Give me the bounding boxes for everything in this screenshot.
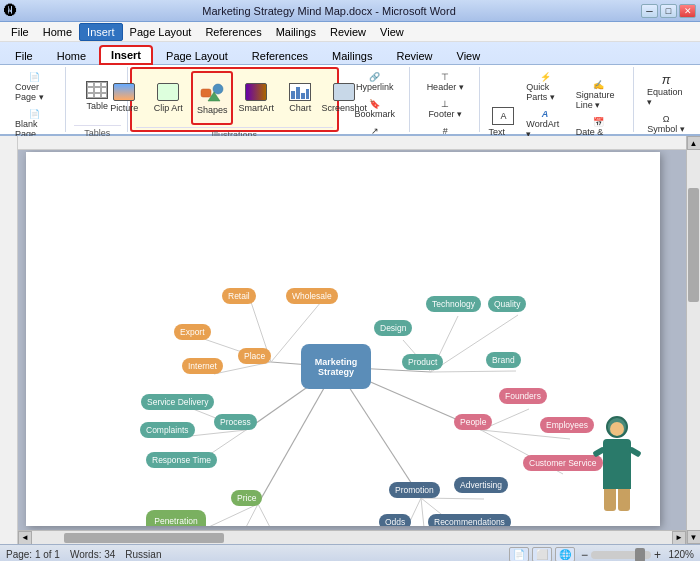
status-bar: Page: 1 of 1 Words: 34 Russian 📄 ⬜ 🌐 − +… [0, 544, 700, 561]
tab-view[interactable]: View [446, 47, 492, 64]
node-quality[interactable]: Quality [488, 296, 526, 312]
tab-review[interactable]: Review [385, 47, 443, 64]
node-promotion[interactable]: Promotion [389, 482, 440, 498]
hyperlink-icon: 🔗 [369, 72, 380, 82]
node-response-time[interactable]: Response Time [146, 452, 217, 468]
shapes-icon [200, 81, 224, 103]
ribbon-group-text: A Text Box ⚡ Quick Parts ▾ A WordArt ▾ A… [482, 67, 634, 132]
cover-page-icon: 📄 [29, 72, 40, 82]
smartart-button[interactable]: SmartArt [235, 71, 277, 125]
cover-page-button[interactable]: 📄 Cover Page ▾ [10, 69, 59, 105]
shapes-button[interactable]: Shapes [191, 71, 233, 125]
sig-button[interactable]: ✍ Signature Line ▾ [571, 77, 627, 113]
node-technology[interactable]: Technology [426, 296, 481, 312]
scroll-thumb[interactable] [688, 188, 699, 302]
zoom-out-button[interactable]: − [581, 548, 588, 562]
node-place[interactable]: Place [238, 348, 271, 364]
window-controls: ─ □ ✕ [641, 4, 696, 18]
print-view-button[interactable]: 📄 [509, 547, 529, 561]
menu-insert[interactable]: Insert [79, 23, 123, 41]
close-button[interactable]: ✕ [679, 4, 696, 18]
node-founders[interactable]: Founders [499, 388, 547, 404]
node-retail[interactable]: Retail [222, 288, 256, 304]
tab-pagelayout[interactable]: Page Layout [155, 47, 239, 64]
node-process[interactable]: Process [214, 414, 257, 430]
node-odds[interactable]: Odds [379, 514, 411, 526]
node-service-delivery[interactable]: Service Delivery [141, 394, 214, 410]
node-people[interactable]: People [454, 414, 492, 430]
header-button[interactable]: ⊤ Header ▾ [418, 69, 473, 95]
vertical-ruler [0, 136, 18, 544]
node-marketing-strategy[interactable]: MarketingStrategy [301, 344, 371, 389]
picture-icon [113, 83, 135, 101]
svg-line-26 [421, 498, 484, 499]
node-export[interactable]: Export [174, 324, 211, 340]
node-internet[interactable]: Internet [182, 358, 223, 374]
node-penetration-strategy[interactable]: Penetration Strategy [146, 510, 206, 526]
menu-view[interactable]: View [373, 24, 411, 40]
equation-button[interactable]: π Equation ▾ [642, 69, 690, 110]
web-view-button[interactable]: 🌐 [555, 547, 575, 561]
node-price[interactable]: Price [231, 490, 262, 506]
ribbon-group-pages: 📄 Cover Page ▾ 📄 Blank Page ⊟ Page Break… [4, 67, 66, 132]
footer-icon: ⊥ [441, 99, 449, 109]
header-icon: ⊤ [441, 72, 449, 82]
scroll-right-button[interactable]: ► [672, 531, 686, 545]
zoom-level: 120% [664, 549, 694, 560]
crossref-icon: ↗ [371, 126, 379, 136]
scroll-down-button[interactable]: ▼ [687, 530, 701, 544]
node-brand[interactable]: Brand [486, 352, 521, 368]
svg-line-18 [258, 504, 288, 526]
zoom-in-button[interactable]: + [654, 548, 661, 562]
language-indicator[interactable]: Russian [125, 549, 161, 560]
ribbon-tabs: File Home Insert Page Layout References … [0, 42, 700, 64]
pageno-icon: # [443, 126, 448, 136]
menu-review[interactable]: Review [323, 24, 373, 40]
scrollbar-vertical[interactable]: ▲ ▼ [686, 136, 700, 544]
ribbon: File Home Insert Page Layout References … [0, 42, 700, 136]
node-advertising[interactable]: Advertising [454, 477, 508, 493]
document-page: MarketingStrategy Place Process Price Pr… [26, 152, 660, 526]
scroll-up-button[interactable]: ▲ [687, 136, 701, 150]
maximize-button[interactable]: □ [660, 4, 677, 18]
node-recommendations[interactable]: Recommendations [428, 514, 511, 526]
symbol-icon: Ω [663, 114, 670, 124]
menu-pagelayout[interactable]: Page Layout [123, 24, 199, 40]
scrollbar-horizontal[interactable]: ◄ ► [18, 530, 686, 544]
tab-mailings[interactable]: Mailings [321, 47, 383, 64]
footer-button[interactable]: ⊥ Footer ▾ [418, 96, 473, 122]
scroll-track [687, 150, 700, 530]
node-customer-service[interactable]: Customer Service [523, 455, 603, 471]
node-product[interactable]: Product [402, 354, 443, 370]
tab-home[interactable]: Home [46, 47, 97, 64]
zoom-slider-thumb[interactable] [635, 548, 645, 562]
svg-line-16 [198, 504, 258, 526]
symbol-button[interactable]: Ω Symbol ▾ [642, 111, 690, 137]
picture-button[interactable]: Picture [103, 71, 145, 125]
menu-file[interactable]: File [4, 24, 36, 40]
menu-mailings[interactable]: Mailings [269, 24, 323, 40]
tab-references[interactable]: References [241, 47, 319, 64]
node-design[interactable]: Design [374, 320, 412, 336]
clipart-button[interactable]: Clip Art [147, 71, 189, 125]
zoom-slider[interactable] [591, 551, 651, 559]
bookmark-button[interactable]: 🔖 Bookmark [347, 96, 403, 122]
node-complaints[interactable]: Complaints [140, 422, 195, 438]
node-employees[interactable]: Employees [540, 417, 594, 433]
node-wholesale[interactable]: Wholesale [286, 288, 338, 304]
minimize-button[interactable]: ─ [641, 4, 658, 18]
fullscreen-view-button[interactable]: ⬜ [532, 547, 552, 561]
scroll-h-thumb[interactable] [64, 533, 224, 543]
menu-references[interactable]: References [198, 24, 268, 40]
equation-icon: π [662, 72, 671, 87]
quickparts-button[interactable]: ⚡ Quick Parts ▾ [521, 69, 569, 105]
tab-file[interactable]: File [4, 47, 44, 64]
menu-home[interactable]: Home [36, 24, 79, 40]
scroll-left-button[interactable]: ◄ [18, 531, 32, 545]
horizontal-ruler [18, 136, 686, 150]
ribbon-group-illustrations: Picture Clip Art Shapes SmartArt [130, 67, 339, 132]
ribbon-group-headerfooter: ⊤ Header ▾ ⊥ Footer ▾ # Page Number ▾ He… [412, 67, 480, 132]
chart-button[interactable]: Chart [279, 71, 321, 125]
tab-insert[interactable]: Insert [99, 45, 153, 65]
hyperlink-button[interactable]: 🔗 Hyperlink [347, 69, 403, 95]
